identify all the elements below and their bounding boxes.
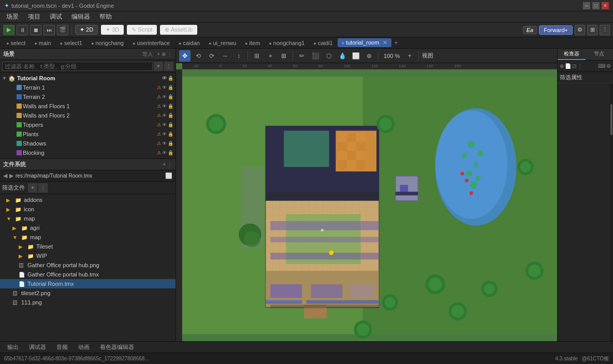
insp-icon-3[interactable]: ⊡ — [572, 63, 576, 69]
zoom-in-btn[interactable]: + — [404, 50, 415, 62]
menu-help[interactable]: 帮助 — [95, 11, 116, 22]
scene-tab-userinterface[interactable]: ● userinterface — [128, 39, 174, 47]
menu-debug[interactable]: 调试 — [46, 11, 66, 22]
menu-project[interactable]: 项目 — [24, 11, 45, 22]
map-viewport[interactable] — [182, 69, 557, 341]
audio-tab[interactable]: 音频 — [52, 342, 72, 352]
bucket-tool[interactable]: ⬡ — [323, 50, 334, 62]
tree-node-shadows[interactable]: Shadows ⚠ 👁 🔒 — [0, 139, 176, 148]
scene-tab-nongchang1[interactable]: ● nongchang1 — [265, 39, 309, 47]
root-lock-icon[interactable]: 🔒 — [168, 76, 173, 81]
filter-more-button[interactable]: ⋮ — [164, 62, 173, 71]
insp-icon-4[interactable]: ⋮ — [577, 63, 582, 69]
scene-tab-main[interactable]: ● main — [30, 39, 55, 47]
more-icon[interactable]: ⋮ — [600, 25, 610, 35]
menu-scene[interactable]: 场景 — [2, 11, 23, 22]
scene-filter-input[interactable] — [2, 62, 153, 71]
more-scene-icon[interactable]: ⋮ — [167, 51, 172, 57]
visibility-icon[interactable]: 👁 — [162, 141, 167, 146]
close-button[interactable]: ✕ — [602, 2, 609, 9]
scene-tab-ui-renwu[interactable]: ● ui_renwu — [205, 39, 240, 47]
layout-icon[interactable]: ⊞ — [587, 25, 597, 35]
settings-icon[interactable]: ⚙ — [575, 25, 585, 35]
scene-root-node[interactable]: ▼ 🏠 Tutorial Room 👁 🔒 — [0, 74, 176, 83]
tree-node-walls-floors1[interactable]: Walls and Floors 1 ⚠ 👁 🔒 — [0, 101, 176, 111]
tree-node-toppers[interactable]: Toppers ⚠ 👁 🔒 — [0, 120, 176, 129]
insp-icon-6[interactable]: ⚙ — [606, 63, 611, 69]
visibility-icon[interactable]: 👁 — [162, 122, 167, 127]
visibility-icon[interactable]: 👁 — [162, 104, 167, 109]
fs-item-map-nested[interactable]: ▼ 📁 map — [0, 232, 176, 242]
fs-item-map-top[interactable]: ▼ 📁 map — [0, 214, 176, 223]
picker-tool[interactable]: 💧 — [337, 50, 348, 62]
lock-icon[interactable]: 🔒 — [168, 85, 173, 90]
mode-assetlib-button[interactable]: ⊕ AssetLib — [160, 25, 197, 35]
scene-tab-nongchang[interactable]: ● nongchang — [87, 39, 128, 47]
fs-item-tileset2-png[interactable]: 🖼 tileset2.png — [0, 288, 176, 298]
instance-icon[interactable]: ⊕ — [162, 51, 166, 57]
mode-script-button[interactable]: ✎ Script — [127, 25, 157, 35]
debugger-tab[interactable]: 调试器 — [25, 342, 50, 352]
window-controls[interactable]: ─ □ ✕ — [583, 2, 609, 9]
root-visibility-icon[interactable]: 👁 — [162, 76, 167, 81]
tree-node-terrain1[interactable]: Terrain 1 ⚠ 👁 🔒 — [0, 83, 176, 92]
rotate-left-tool[interactable]: ⟲ — [193, 50, 204, 62]
fs-filter-more[interactable]: ⋮ — [38, 183, 48, 193]
canvas-area[interactable]: -20 0 20 40 60 80 100 120 140 160 180 — [176, 63, 557, 341]
forward-plus-button[interactable]: Forward+ — [539, 25, 573, 35]
fs-item-wip[interactable]: ▶ 📁 WIP — [0, 251, 176, 260]
menu-editor[interactable]: 编辑器 — [67, 11, 94, 22]
visibility-icon[interactable]: 👁 — [162, 150, 167, 155]
inspector-tab-node[interactable]: 节点 — [586, 49, 614, 60]
insp-icon-1[interactable]: ⊕ — [560, 63, 564, 69]
back-button[interactable]: ◀ — [3, 172, 7, 179]
lock-icon[interactable]: 🔒 — [168, 150, 173, 155]
fs-more-icon[interactable]: ⋮ — [167, 162, 172, 167]
select-tool[interactable]: ✥ — [179, 50, 191, 62]
scatter-tool[interactable]: ⊕ — [363, 50, 375, 62]
maximize-button[interactable]: □ — [592, 2, 600, 9]
fs-path-icon[interactable]: ⬜ — [165, 172, 172, 179]
visibility-icon[interactable]: 👁 — [162, 85, 167, 90]
play-button[interactable]: ▶ — [3, 25, 14, 35]
mode-3d-button[interactable]: ✦ 3D — [101, 25, 124, 35]
add-tab-button[interactable]: + — [394, 39, 398, 47]
lock-icon[interactable]: 🔒 — [168, 132, 173, 137]
paint-tool[interactable]: ✏ — [296, 50, 308, 62]
lock-icon[interactable]: 🔒 — [168, 104, 173, 109]
scene-tab-item[interactable]: ● item — [241, 39, 264, 47]
tree-node-blocking[interactable]: Blocking ⚠ 👁 🔒 — [0, 148, 176, 157]
inspector-scrollbar[interactable] — [610, 83, 613, 341]
rect-tool[interactable]: ⬜ — [350, 50, 361, 62]
fs-add-icon[interactable]: + — [163, 162, 166, 167]
animation-tab[interactable]: 动画 — [74, 342, 94, 352]
fs-filter-add[interactable]: + — [28, 183, 37, 193]
stop-button[interactable]: ⏹ — [30, 25, 41, 35]
fs-item-icon[interactable]: ▶ 📁 icon — [0, 205, 176, 214]
fs-item-111-png[interactable]: 🖼 111.png — [0, 298, 176, 307]
rotate-right-tool[interactable]: ⟳ — [206, 50, 217, 62]
step-button[interactable]: ⏭ — [43, 25, 55, 35]
visibility-icon[interactable]: 👁 — [162, 113, 167, 118]
movie-button[interactable]: 🎬 — [57, 25, 68, 35]
fs-item-addons[interactable]: ▶ 📁 addons — [0, 195, 176, 205]
flip-h-tool[interactable]: ↔ — [220, 50, 231, 62]
visibility-icon[interactable]: 👁 — [162, 132, 167, 137]
scene-tab-tutorial-room[interactable]: ● tutorial_room ✕ — [338, 38, 392, 47]
tree-node-terrain2[interactable]: Terrain 2 ⚠ 👁 🔒 — [0, 92, 176, 101]
output-tab[interactable]: 输出 — [3, 342, 23, 352]
scene-tab-caidan[interactable]: ● caidan — [174, 39, 204, 47]
filter-add-button[interactable]: + — [154, 62, 163, 71]
pause-button[interactable]: ⏸ — [17, 25, 28, 35]
fs-item-gather-png[interactable]: 🖼 Gather Office portal hub.png — [0, 260, 176, 270]
shader-tab[interactable]: 着色器编辑器 — [96, 342, 138, 352]
fs-item-gather-tmx[interactable]: 📄 Gather Office portal hub.tmx — [0, 270, 176, 279]
add-node-icon[interactable]: + — [157, 51, 160, 57]
lock-icon[interactable]: 🔒 — [168, 113, 173, 118]
lock-icon[interactable]: 🔒 — [168, 122, 173, 127]
lock-icon[interactable]: 🔒 — [168, 94, 173, 99]
forward-button[interactable]: ▶ — [9, 172, 13, 179]
scene-tab-caidi1[interactable]: ● caidi1 — [309, 39, 337, 47]
scene-tab-select1[interactable]: ● select1 — [56, 39, 86, 47]
insp-icon-2[interactable]: 📄 — [565, 63, 571, 69]
